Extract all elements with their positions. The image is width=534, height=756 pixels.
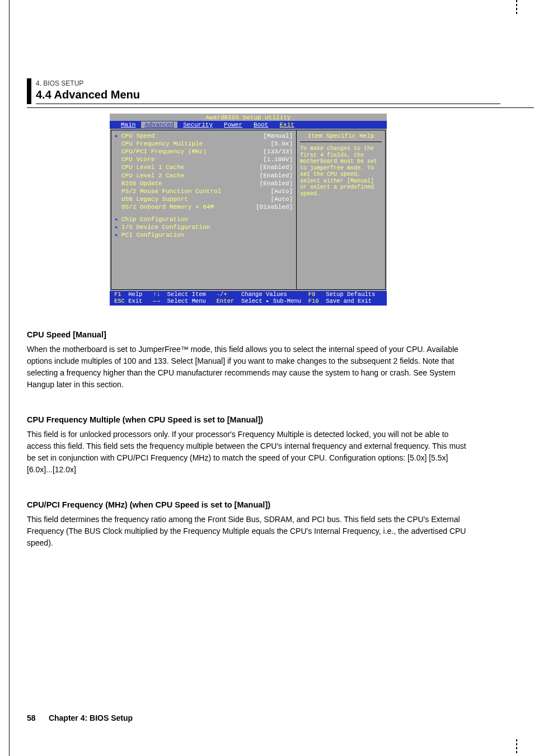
key-f10-label: Save and Exit xyxy=(326,298,372,304)
option-title: CPU Frequency Multiple (when CPU Speed i… xyxy=(27,415,467,424)
key-esc: ESC xyxy=(114,298,125,304)
tab-security[interactable]: Security xyxy=(177,121,218,128)
key-f1-label: Help xyxy=(128,291,142,298)
key-esc-label: Exit xyxy=(128,298,142,304)
opt-ps2-mouse[interactable]: PS/2 Mouse Function Control[Auto] xyxy=(115,188,293,195)
bios-tab-bar: Main Advanced Security Power Boot Exit xyxy=(110,121,387,129)
key-enter: Enter xyxy=(217,298,235,304)
submenu-chip-config[interactable]: ▸Chip Configuration xyxy=(115,216,293,223)
page-number: 58 xyxy=(27,713,36,722)
key-leftright-label: Select Menu xyxy=(167,298,206,304)
bios-footer: F1 Help ↑↓ Select Item -/+ Change Values… xyxy=(110,291,387,306)
opt-label: OS/2 Onboard Memory > 64M xyxy=(121,204,256,210)
page-left-rule xyxy=(9,0,10,756)
opt-cpu-pci-freq[interactable]: CPU/PCI Frequency (MHz)[133/33] xyxy=(115,148,293,155)
section-underline xyxy=(27,107,534,108)
tab-boot[interactable]: Boot xyxy=(248,121,274,128)
key-plusminus-label: Change Values xyxy=(241,291,287,298)
option-body: When the motherboard is set to JumperFre… xyxy=(27,344,467,391)
opt-cpu-freq-mult[interactable]: CPU Frequency Multiple[5.0x] xyxy=(115,140,293,147)
option-block-cpu-freq-mult: CPU Frequency Multiple (when CPU Speed i… xyxy=(27,415,500,476)
help-body: To make changes to the first 4 fields, t… xyxy=(300,145,382,197)
opt-label: CPU/PCI Frequency (MHz) xyxy=(121,148,263,155)
opt-label: BIOS Update xyxy=(121,180,260,187)
tab-main[interactable]: Main xyxy=(115,121,141,128)
key-updown: ↑↓ xyxy=(153,291,160,298)
chapter-label: Chapter 4: BIOS Setup xyxy=(49,713,133,722)
section-bar xyxy=(27,78,31,104)
opt-bios-update[interactable]: BIOS Update[Enabled] xyxy=(115,180,293,187)
opt-label: CPU Speed xyxy=(121,133,263,139)
tab-advanced[interactable]: Advanced xyxy=(141,121,177,128)
help-title: Item Specific Help xyxy=(300,133,382,139)
key-plusminus: -/+ xyxy=(217,291,227,298)
bios-title: AwardBIOS Setup Utility xyxy=(110,114,387,121)
opt-value: [5.0x] xyxy=(270,140,293,147)
section-subtitle: 4. BIOS SETUP xyxy=(36,79,500,87)
submenu-arrow-icon: ▸ xyxy=(115,232,121,238)
submenu-pci-config[interactable]: ▸PCI Configuration xyxy=(115,232,293,238)
submenu-label: PCI Configuration xyxy=(121,232,293,238)
opt-value: [Enabled] xyxy=(260,164,293,171)
option-block-cpu-speed: CPU Speed [Manual] When the motherboard … xyxy=(27,330,500,391)
key-f9: F9 xyxy=(308,291,316,298)
tab-exit[interactable]: Exit xyxy=(274,121,299,128)
key-leftright: ←→ xyxy=(153,298,160,304)
opt-cpu-speed[interactable]: ▸CPU Speed[Manual] xyxy=(115,133,293,139)
opt-os2-mem[interactable]: OS/2 Onboard Memory > 64M[Disabled] xyxy=(115,204,293,210)
opt-label: CPU Level 2 Cache xyxy=(121,172,260,179)
opt-value: [Manual] xyxy=(263,133,293,139)
opt-label: PS/2 Mouse Function Control xyxy=(121,188,270,195)
opt-usb-legacy[interactable]: USB Legacy Support[Auto] xyxy=(115,196,293,203)
submenu-label: Chip Configuration xyxy=(121,216,293,223)
bios-options-pane: ▸CPU Speed[Manual] CPU Frequency Multipl… xyxy=(111,130,296,290)
page-content: 4. BIOS SETUP 4.4 Advanced Menu AwardBIO… xyxy=(27,78,500,549)
cursor-icon: ▸ xyxy=(115,133,121,139)
section-title: 4.4 Advanced Menu xyxy=(36,88,500,101)
submenu-arrow-icon: ▸ xyxy=(115,224,121,231)
opt-value: [Auto] xyxy=(270,196,293,203)
key-enter-label: Select ▸ Sub-Menu xyxy=(241,298,301,304)
opt-label: CPU Level 1 Cache xyxy=(121,164,260,171)
opt-label: CPU Frequency Multiple xyxy=(121,140,270,147)
option-title: CPU Speed [Manual] xyxy=(27,330,467,339)
bios-body: ▸CPU Speed[Manual] CPU Frequency Multipl… xyxy=(110,129,387,291)
opt-label: USB Legacy Support xyxy=(121,196,270,203)
key-f9-label: Setup Defaults xyxy=(326,291,375,298)
opt-value: [Auto] xyxy=(270,188,293,195)
opt-value: [1.100V] xyxy=(263,156,293,163)
help-divider xyxy=(300,142,382,142)
opt-cpu-vcore[interactable]: CPU Vcore[1.100V] xyxy=(115,156,293,163)
opt-l2-cache[interactable]: CPU Level 2 Cache[Enabled] xyxy=(115,172,293,179)
key-updown-label: Select Item xyxy=(167,291,206,298)
crop-marks-top xyxy=(516,0,517,17)
opt-value: [Disabled] xyxy=(256,204,293,210)
page-footer: 58 Chapter 4: BIOS Setup xyxy=(27,713,133,722)
section-titles: 4. BIOS SETUP 4.4 Advanced Menu xyxy=(36,78,500,104)
opt-value: [Enabled] xyxy=(260,180,293,187)
opt-l1-cache[interactable]: CPU Level 1 Cache[Enabled] xyxy=(115,164,293,171)
submenu-label: I/O Device Configuration xyxy=(121,224,293,231)
submenu-arrow-icon: ▸ xyxy=(115,216,121,223)
crop-marks-bottom xyxy=(516,739,517,756)
option-body: This field determines the frequency rati… xyxy=(27,514,467,549)
option-block-cpu-pci-freq: CPU/PCI Frequency (MHz) (when CPU Speed … xyxy=(27,500,500,549)
key-f10: F10 xyxy=(308,298,319,304)
option-title: CPU/PCI Frequency (MHz) (when CPU Speed … xyxy=(27,500,467,509)
tab-power[interactable]: Power xyxy=(218,121,248,128)
opt-value: [133/33] xyxy=(263,148,293,155)
footer-row-2: ESC Exit ←→ Select Menu Enter Select ▸ S… xyxy=(114,298,382,305)
option-body: This field is for unlocked processors on… xyxy=(27,429,467,476)
opt-value: [Enabled] xyxy=(260,172,293,179)
key-f1: F1 xyxy=(114,291,121,298)
bios-screenshot: AwardBIOS Setup Utility Main Advanced Se… xyxy=(110,114,387,306)
submenu-io-device[interactable]: ▸I/O Device Configuration xyxy=(115,224,293,231)
section-header: 4. BIOS SETUP 4.4 Advanced Menu xyxy=(27,78,500,104)
bios-help-pane: Item Specific Help To make changes to th… xyxy=(296,130,386,290)
opt-label: CPU Vcore xyxy=(121,156,263,163)
